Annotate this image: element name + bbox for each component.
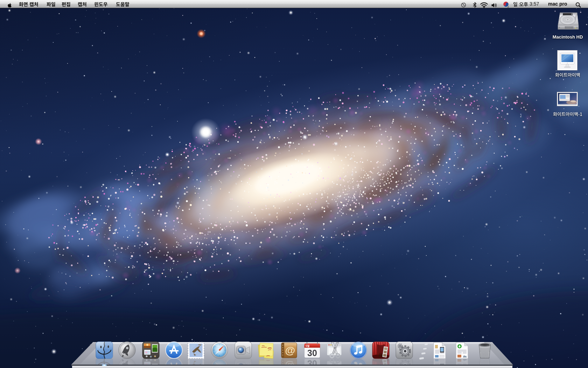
svg-text:2: 2	[507, 6, 509, 8]
svg-text:30: 30	[307, 348, 317, 358]
